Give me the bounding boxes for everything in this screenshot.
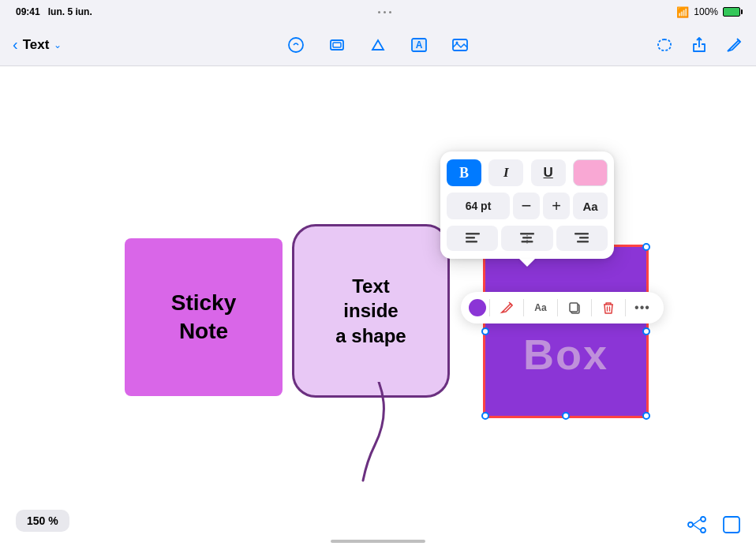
divider-1 [489, 299, 490, 316]
align-left-button[interactable] [447, 226, 498, 251]
status-time: 09:41 [16, 6, 40, 17]
sticky-note[interactable]: StickyNote [125, 238, 283, 396]
handle-bottom-left[interactable] [481, 412, 489, 420]
bold-button[interactable]: B [447, 159, 481, 186]
svg-text:A: A [416, 39, 423, 50]
sticky-note-text: StickyNote [171, 289, 237, 346]
handle-bottom-middle[interactable] [562, 412, 570, 420]
handle-middle-left[interactable] [481, 327, 489, 335]
bottom-right-controls [687, 514, 742, 535]
speech-bubble-text: Textinsidea shape [335, 274, 406, 348]
font-size-display: 64 pt [447, 193, 510, 219]
selection-more-button[interactable]: ••• [629, 295, 656, 320]
image-tool-icon[interactable] [451, 36, 470, 54]
svg-rect-9 [466, 241, 477, 243]
diagram-icon[interactable] [687, 514, 707, 535]
italic-button[interactable]: I [488, 159, 523, 186]
divider-4 [591, 299, 592, 316]
back-button[interactable]: ‹ [13, 36, 18, 54]
handle-top-right[interactable] [642, 243, 650, 251]
zoom-level-text: 150 % [27, 514, 58, 527]
status-bar: 09:41 lun. 5 iun. 📶 100% [0, 0, 756, 24]
selection-delete-button[interactable] [595, 295, 622, 320]
speech-bubble[interactable]: Textinsidea shape [292, 224, 450, 398]
svg-point-20 [701, 517, 705, 522]
handle-middle-right[interactable] [642, 327, 650, 335]
handle-bottom-right[interactable] [642, 412, 650, 420]
font-size-increase-button[interactable]: + [543, 193, 570, 219]
main-toolbar: ‹ Text ⌄ A [0, 24, 756, 66]
battery-icon [723, 7, 740, 17]
selection-pen-button[interactable] [493, 295, 520, 320]
text-box-container: TextBox [483, 245, 649, 418]
wifi-icon: 📶 [676, 6, 689, 18]
format-popup: B I U 64 pt − + Aa [440, 151, 614, 259]
svg-rect-2 [333, 43, 341, 47]
zoom-indicator[interactable]: 150 % [16, 510, 69, 532]
battery-text: 100% [694, 6, 718, 17]
back-chevron-icon: ‹ [13, 36, 18, 54]
dot-2 [384, 11, 386, 13]
share-icon[interactable] [690, 36, 709, 54]
svg-rect-22 [724, 517, 739, 533]
selection-font-button[interactable]: Aa [527, 295, 554, 320]
align-left-icon [466, 233, 480, 244]
home-indicator [331, 540, 425, 543]
align-center-icon [520, 233, 534, 244]
align-right-icon [574, 233, 589, 244]
svg-rect-16 [577, 241, 589, 243]
text-tool-icon[interactable]: A [410, 36, 429, 54]
status-center-dots [378, 11, 391, 13]
copy-icon [567, 301, 582, 315]
status-date: lun. 5 iun. [48, 6, 92, 17]
divider-3 [557, 299, 558, 316]
dot-1 [378, 11, 380, 13]
dot-3 [389, 11, 391, 13]
svg-rect-8 [466, 237, 475, 239]
underline-button[interactable]: U [531, 159, 566, 186]
font-style-button[interactable]: Aa [573, 193, 608, 219]
page-title: Text [23, 37, 50, 53]
layout-icon[interactable] [721, 514, 742, 535]
pen-tool-icon[interactable] [286, 36, 305, 54]
status-time-date: 09:41 lun. 5 iun. [16, 6, 92, 17]
layers-icon[interactable] [327, 36, 346, 54]
format-row-size: 64 pt − + Aa [447, 193, 608, 219]
title-dropdown-icon[interactable]: ⌄ [54, 39, 62, 50]
format-row-style: B I U [447, 159, 608, 186]
svg-rect-18 [570, 303, 578, 312]
text-box[interactable]: TextBox [483, 245, 649, 418]
edit-icon[interactable] [724, 36, 743, 54]
svg-rect-7 [466, 233, 480, 235]
shapes-icon[interactable] [369, 36, 387, 54]
toolbar-right [649, 36, 743, 54]
align-center-button[interactable] [501, 226, 552, 251]
lasso-icon[interactable] [655, 36, 674, 54]
toolbar-left: ‹ Text ⌄ [13, 36, 107, 54]
status-right: 📶 100% [676, 6, 740, 18]
svg-point-0 [289, 38, 303, 52]
svg-point-6 [456, 41, 458, 43]
divider-2 [523, 299, 524, 316]
selection-copy-button[interactable] [561, 295, 588, 320]
svg-point-21 [701, 528, 705, 533]
format-row-align [447, 226, 608, 251]
selection-color-dot[interactable] [469, 299, 486, 316]
color-swatch[interactable] [573, 159, 608, 186]
svg-rect-14 [574, 233, 589, 235]
divider-5 [625, 299, 626, 316]
selection-toolbar: Aa ••• [461, 292, 664, 323]
canvas-area: StickyNote Textinsidea shape TextBox [0, 66, 756, 546]
delete-icon [601, 301, 616, 315]
speech-bubble-tail-icon [347, 382, 410, 484]
svg-point-19 [688, 522, 693, 527]
svg-rect-15 [579, 237, 589, 239]
font-size-decrease-button[interactable]: − [513, 193, 540, 219]
speech-bubble-container: Textinsidea shape [292, 224, 450, 492]
toolbar-center: A [107, 36, 649, 54]
align-right-button[interactable] [556, 226, 608, 251]
selection-pen-icon [500, 301, 514, 315]
